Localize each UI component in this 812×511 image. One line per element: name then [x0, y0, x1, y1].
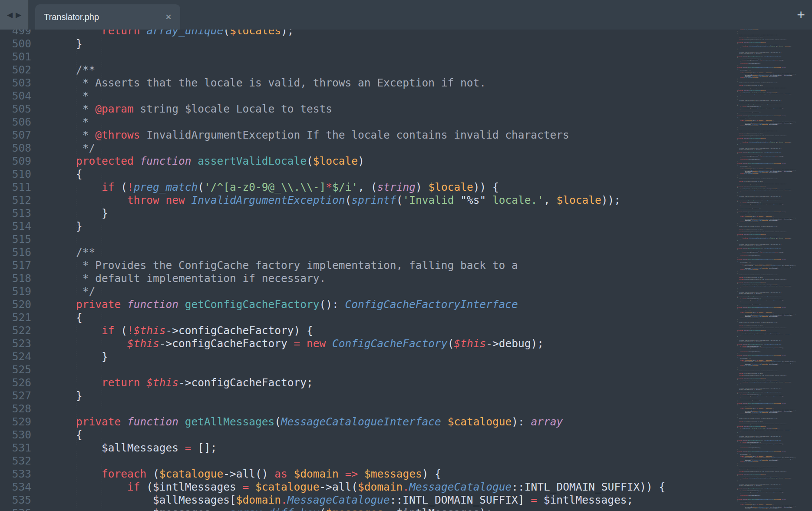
code-token: } — [735, 49, 738, 50]
code-token: )); — [789, 142, 791, 143]
code-token: foreach — [740, 456, 744, 457]
code-token: * Asserts that the locale is valid, thro… — [735, 83, 778, 83]
code-token: $allMessages[ — [735, 267, 753, 268]
code-token — [735, 159, 740, 160]
code-token: @throws — [739, 375, 743, 376]
code-token — [735, 59, 740, 60]
code-token: } — [735, 401, 738, 402]
code-token: ->all() — [752, 216, 757, 217]
code-token: function — [744, 330, 749, 331]
code-token — [735, 170, 743, 171]
code-token: $this — [775, 348, 778, 348]
code-token: protected — [737, 90, 743, 91]
code-token: getAllMessages — [748, 307, 757, 308]
code-line: 518 * default implementation if necessar… — [0, 272, 734, 285]
code-token: MessageCatalogueInterface — [758, 212, 774, 212]
code-token — [735, 169, 740, 169]
code-token: return — [102, 30, 140, 37]
code-token: $domain — [759, 456, 763, 457]
tab-translator-php[interactable]: Translator.php × — [35, 4, 180, 30]
code-token: ); — [758, 269, 759, 270]
editor[interactable]: 499 return array_unique($locales);500 }5… — [0, 30, 812, 511]
code-token: ->configCacheFactory; — [178, 376, 313, 389]
new-tab-button[interactable]: + — [797, 0, 805, 30]
code-token: $catalogue — [774, 259, 781, 260]
code-token: * Provides the ConfigCache factory imple… — [735, 52, 781, 53]
code-token: $domain — [236, 494, 281, 506]
code-token: ConfigCacheFactoryInterface — [764, 248, 782, 249]
code-token: { — [735, 489, 738, 490]
code-token: ->configCacheFactory) { — [746, 202, 761, 203]
code-token: } — [735, 497, 738, 498]
code-token: sprintf — [351, 194, 396, 206]
line-number: 526 — [0, 376, 31, 389]
code-token — [735, 318, 740, 319]
code-token: string $locale Locale to tests — [743, 37, 763, 38]
code-token: $domain — [765, 122, 769, 123]
code-token — [326, 337, 332, 350]
code-token: ->debug); — [778, 492, 784, 493]
code-token: ::INTL_DOMAIN_SUFFIX)) { — [781, 314, 796, 315]
line-number: 519 — [0, 285, 31, 298]
code-token: array — [782, 451, 786, 452]
code-token: ->configCacheFactory — [746, 492, 759, 493]
code-token: $domain — [759, 504, 763, 505]
code-token: { — [735, 105, 738, 106]
line-number: 514 — [0, 220, 31, 233]
code-token: */ — [735, 329, 739, 330]
code-token: @param — [739, 37, 743, 38]
code-token — [735, 442, 740, 443]
line-number: 505 — [0, 103, 31, 116]
code-area[interactable]: 499 return array_unique($locales);500 }5… — [0, 30, 734, 511]
nav-back-icon[interactable]: ◀ — [7, 11, 13, 19]
code-token: private — [737, 200, 742, 201]
code-token: . — [403, 481, 409, 493]
code-token: * Provides the ConfigCache factory imple… — [735, 340, 781, 341]
code-token: '/^[a-z0-9@_\\.\\-] — [750, 189, 762, 189]
code-token: @param — [739, 469, 743, 470]
code-token: return — [740, 222, 744, 222]
code-token: ) — [416, 181, 429, 193]
code-line: 514 } — [0, 220, 734, 233]
code-token: )) { — [777, 381, 779, 382]
code-token — [735, 156, 743, 157]
code-token: )) { — [777, 333, 779, 334]
code-token: $allMessages[ — [735, 507, 753, 508]
code-token: $allMessages — [735, 262, 748, 263]
code-token: $allMessages — [735, 70, 748, 71]
code-token: } — [735, 61, 740, 62]
code-token: )) { — [473, 181, 499, 193]
code-token: * — [735, 324, 739, 325]
code-token: $locale — [761, 42, 765, 43]
code-token: * — [735, 375, 739, 376]
code-token: ->debug); — [778, 60, 784, 61]
code-token — [735, 504, 740, 505]
code-token: assertValidLocale — [749, 42, 760, 43]
code-token: } — [735, 161, 738, 162]
code-token: array_unique — [744, 461, 752, 462]
code-token: ->configCacheFactory — [746, 348, 759, 348]
code-token: ->debug); — [778, 300, 784, 301]
minimap[interactable]: return array_unique($locales); } /** * A… — [735, 30, 806, 511]
code-token: return — [740, 256, 744, 256]
code-token — [735, 60, 743, 61]
code-token: $catalogue — [746, 456, 752, 457]
close-icon[interactable]: × — [165, 12, 172, 22]
code-token: $messages — [735, 172, 751, 173]
code-text — [31, 363, 50, 376]
nav-forward-icon[interactable]: ▶ — [16, 11, 21, 19]
code-token: } — [735, 240, 738, 241]
code-text: { — [31, 311, 83, 324]
code-token: ->all() — [752, 265, 757, 265]
code-token: InvalidArgumentException If the locale c… — [744, 424, 786, 425]
code-token: function — [744, 474, 749, 475]
code-token: function — [743, 488, 748, 489]
code-token: protected — [737, 138, 743, 139]
code-token: $allMessages[ — [735, 219, 753, 220]
code-token: ::INTL_DOMAIN_SUFFIX)) { — [781, 170, 796, 171]
code-token: } — [735, 493, 740, 494]
code-token: array_unique — [146, 30, 223, 37]
code-token: } — [735, 397, 740, 398]
code-token — [735, 400, 740, 401]
code-token: InvalidArgumentException If the locale c… — [744, 328, 786, 328]
